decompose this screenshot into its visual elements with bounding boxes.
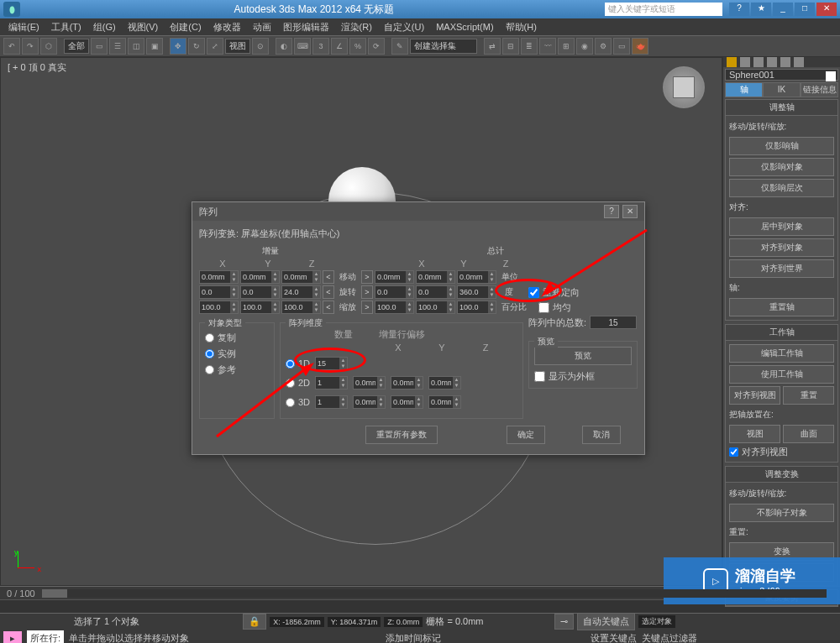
count-1d[interactable]: ▲▼ bbox=[315, 357, 348, 370]
center-to-object-button[interactable]: 居中到对象 bbox=[729, 217, 834, 236]
mirror-icon[interactable]: ⇄ bbox=[484, 38, 501, 55]
scale-tot-z[interactable]: ▲▼ bbox=[457, 301, 496, 314]
select-icon[interactable]: ▭ bbox=[91, 38, 108, 55]
minimize-button[interactable]: _ bbox=[773, 3, 793, 16]
coord-x[interactable]: X: -1856.2mm bbox=[270, 617, 324, 627]
align-to-view-checkbox[interactable]: 对齐到视图 bbox=[729, 446, 834, 458]
menu-help[interactable]: 帮助(H) bbox=[501, 19, 542, 35]
menu-group[interactable]: 组(G) bbox=[88, 19, 121, 35]
offset-3d-x[interactable]: ▲▼ bbox=[353, 395, 386, 409]
offset-2d-x[interactable]: ▲▼ bbox=[353, 376, 386, 389]
motion-tab-icon[interactable] bbox=[767, 57, 777, 67]
align-to-world-button[interactable]: 对齐到世界 bbox=[729, 259, 834, 278]
menu-animation[interactable]: 动画 bbox=[248, 19, 276, 35]
rot-inc-z[interactable]: ▲▼ bbox=[281, 285, 321, 299]
tab-ik[interactable]: IK bbox=[763, 82, 801, 97]
color-swatch[interactable] bbox=[826, 71, 836, 81]
reset-all-button[interactable]: 重置所有参数 bbox=[365, 426, 438, 444]
display-as-box-checkbox[interactable]: 显示为外框 bbox=[534, 370, 632, 383]
dialog-close-button[interactable]: ✕ bbox=[622, 205, 638, 218]
coord-y[interactable]: Y: 1804.371m bbox=[328, 617, 381, 627]
undo-icon[interactable]: ↶ bbox=[3, 38, 20, 55]
menu-tools[interactable]: 工具(T) bbox=[46, 19, 87, 35]
scale-tot-y[interactable]: ▲▼ bbox=[416, 301, 455, 314]
selection-filter-dropdown[interactable]: 全部 bbox=[64, 39, 89, 54]
place-view-button[interactable]: 视图 bbox=[729, 425, 780, 443]
display-tab-icon[interactable] bbox=[780, 57, 790, 67]
render-frame-icon[interactable]: ▭ bbox=[613, 38, 630, 55]
script-line-label[interactable]: 所在行: bbox=[27, 630, 64, 644]
named-sel-icon[interactable]: ✎ bbox=[391, 38, 408, 55]
menu-edit[interactable]: 编辑(E) bbox=[3, 19, 45, 35]
render-icon[interactable]: 🫖 bbox=[632, 38, 648, 55]
coord-z[interactable]: Z: 0.0mm bbox=[384, 617, 423, 627]
dont-affect-children-button[interactable]: 不影响子对象 bbox=[729, 504, 834, 522]
layers-icon[interactable]: ≣ bbox=[521, 38, 538, 55]
reset-wp-button[interactable]: 重置 bbox=[783, 386, 834, 405]
percent-snap-icon[interactable]: % bbox=[349, 38, 366, 55]
radio-1d[interactable]: 1D bbox=[286, 358, 310, 369]
scale-right-icon[interactable]: > bbox=[361, 301, 373, 314]
radio-3d[interactable]: 3D bbox=[286, 397, 310, 407]
modify-tab-icon[interactable] bbox=[740, 57, 750, 67]
window-crossing-icon[interactable]: ▣ bbox=[146, 38, 163, 55]
viewport-label[interactable]: [ + 0 顶 0 真实 bbox=[8, 61, 66, 74]
reset-pivot-button[interactable]: 重置轴 bbox=[729, 298, 834, 316]
set-key-button[interactable]: 设置关键点 bbox=[591, 632, 637, 644]
scale-inc-x[interactable]: ▲▼ bbox=[199, 301, 239, 314]
menu-views[interactable]: 视图(V) bbox=[123, 19, 164, 35]
move-left-icon[interactable]: < bbox=[323, 270, 334, 284]
rot-inc-y[interactable]: ▲▼ bbox=[240, 285, 280, 299]
menu-render[interactable]: 渲染(R) bbox=[336, 19, 377, 35]
rot-inc-x[interactable]: ▲▼ bbox=[199, 285, 239, 299]
viewcube[interactable] bbox=[663, 66, 705, 108]
selset-dropdown[interactable]: 选定对象 bbox=[638, 615, 675, 628]
spinner-snap-icon[interactable]: ⟳ bbox=[368, 38, 385, 55]
key-icon[interactable]: ⊸ bbox=[554, 614, 574, 630]
radio-reference[interactable]: 参考 bbox=[205, 363, 269, 376]
rot-tot-x[interactable]: ▲▼ bbox=[375, 285, 414, 299]
place-surface-button[interactable]: 曲面 bbox=[783, 425, 834, 443]
scale-tot-x[interactable]: ▲▼ bbox=[375, 301, 414, 314]
use-working-pivot-button[interactable]: 使用工作轴 bbox=[729, 365, 834, 384]
reorient-checkbox[interactable]: 重新定向 bbox=[528, 286, 580, 299]
cancel-button[interactable]: 取消 bbox=[582, 426, 621, 444]
align-icon[interactable]: ⊟ bbox=[502, 38, 519, 55]
scale-left-icon[interactable]: < bbox=[323, 301, 334, 314]
schematic-icon[interactable]: ⊞ bbox=[558, 38, 575, 55]
menu-customize[interactable]: 自定义(U) bbox=[379, 19, 429, 35]
move-tot-x[interactable]: ▲▼ bbox=[375, 270, 414, 284]
offset-2d-z[interactable]: ▲▼ bbox=[428, 376, 461, 389]
link-icon[interactable]: ⬡ bbox=[40, 38, 57, 55]
material-icon[interactable]: ◉ bbox=[576, 38, 593, 55]
move-inc-x[interactable]: ▲▼ bbox=[199, 270, 239, 284]
tab-linkinfo[interactable]: 链接信息 bbox=[801, 82, 838, 97]
angle-snap-icon[interactable]: ∠ bbox=[331, 38, 348, 55]
move-inc-y[interactable]: ▲▼ bbox=[240, 270, 280, 284]
close-button[interactable]: ✕ bbox=[816, 3, 837, 16]
select-name-icon[interactable]: ☰ bbox=[109, 38, 126, 55]
affect-hierarchy-button[interactable]: 仅影响层次 bbox=[729, 179, 834, 197]
move-icon[interactable]: ✥ bbox=[170, 38, 186, 55]
ok-button[interactable]: 确定 bbox=[507, 426, 545, 444]
uniform-checkbox[interactable]: 均匀 bbox=[538, 301, 571, 314]
scale-icon[interactable]: ⤢ bbox=[207, 38, 223, 55]
autokey-button[interactable]: 自动关键点 bbox=[577, 613, 635, 630]
rot-tot-y[interactable]: ▲▼ bbox=[416, 285, 455, 299]
affect-pivot-button[interactable]: 仅影响轴 bbox=[729, 137, 834, 155]
star-icon[interactable]: ★ bbox=[751, 3, 771, 16]
tab-pivot[interactable]: 轴 bbox=[725, 82, 763, 97]
object-name-field[interactable]: Sphere001 bbox=[725, 69, 838, 81]
snap-icon[interactable]: 3 bbox=[312, 38, 329, 55]
offset-2d-y[interactable]: ▲▼ bbox=[391, 376, 423, 389]
align-to-view-button[interactable]: 对齐到视图 bbox=[729, 386, 780, 405]
move-tot-z[interactable]: ▲▼ bbox=[457, 270, 496, 284]
script-listener[interactable]: ▸ bbox=[3, 631, 22, 644]
rot-left-icon[interactable]: < bbox=[323, 285, 334, 299]
manipulate-icon[interactable]: ◐ bbox=[276, 38, 292, 55]
radio-2d[interactable]: 2D bbox=[286, 378, 310, 388]
preview-button[interactable]: 预览 bbox=[534, 347, 632, 365]
lock-icon[interactable]: 🔒 bbox=[243, 614, 266, 630]
align-to-object-button[interactable]: 对齐到对象 bbox=[729, 238, 834, 257]
key-filters-button[interactable]: 关键点过滤器 bbox=[642, 632, 697, 644]
